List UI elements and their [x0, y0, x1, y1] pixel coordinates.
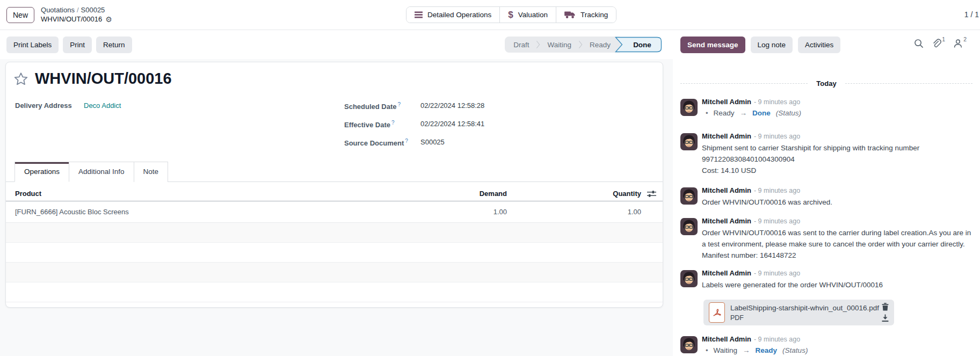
chatter-message: Mitchell Admin- 9 minutes ago Shipment s…	[680, 132, 975, 176]
avatar[interactable]	[680, 270, 698, 287]
message-author: Mitchell Admin	[702, 269, 751, 277]
chatter-message: Mitchell Admin- 9 minutes ago Order WHVI…	[680, 186, 975, 208]
avatar[interactable]	[680, 336, 698, 353]
column-header-quantity[interactable]: Quantity	[507, 190, 641, 198]
tracking-button[interactable]: Tracking	[556, 7, 616, 23]
person-icon	[953, 39, 963, 48]
attachment-filetype: PDF	[730, 314, 876, 322]
return-button[interactable]: Return	[96, 37, 132, 53]
product-cell[interactable]: [FURN_6666] Acoustic Bloc Screens	[15, 208, 432, 216]
date-divider: Today	[680, 79, 972, 88]
scheduled-date-label: Scheduled Date?	[344, 101, 401, 111]
date-divider-label: Today	[816, 79, 836, 88]
download-attachment-icon[interactable]	[882, 314, 889, 322]
optional-columns-icon[interactable]	[647, 190, 656, 198]
source-document-value[interactable]: S00025	[420, 138, 445, 146]
message-time: - 9 minutes ago	[754, 270, 800, 277]
help-icon: ?	[398, 101, 401, 107]
tracking-new-value: Ready	[756, 346, 778, 354]
chevron-right-icon	[578, 40, 583, 49]
message-time: - 9 minutes ago	[754, 98, 800, 106]
pdf-file-icon[interactable]	[709, 302, 725, 323]
statusbar: Draft Waiting Ready Done	[505, 37, 662, 53]
empty-row	[6, 263, 663, 282]
tracking-label: Tracking	[580, 11, 608, 19]
truck-icon	[564, 11, 576, 19]
status-step-draft[interactable]: Draft	[513, 41, 529, 49]
avatar[interactable]	[680, 218, 698, 235]
delivery-address-link[interactable]: Deco Addict	[84, 101, 121, 110]
empty-row	[6, 223, 663, 243]
dollar-icon: $	[508, 10, 513, 19]
message-author: Mitchell Admin	[702, 186, 751, 194]
favorite-star-icon[interactable]	[14, 72, 28, 86]
log-note-button[interactable]: Log note	[751, 37, 793, 53]
search-messages-icon[interactable]	[914, 39, 924, 48]
attachment-card[interactable]: LabelShipping-starshipit-whvin_out_00016…	[703, 300, 894, 325]
chevron-right-icon	[536, 40, 540, 49]
avatar[interactable]	[680, 187, 698, 205]
source-document-label: Source Document?	[344, 138, 408, 147]
print-button[interactable]: Print	[63, 37, 92, 53]
column-header-product[interactable]: Product	[15, 190, 432, 198]
chatter-controls: Send message Log note Activities	[680, 37, 840, 53]
quantity-cell[interactable]: 1.00	[507, 208, 641, 216]
status-step-waiting[interactable]: Waiting	[547, 41, 571, 49]
scheduled-date-value[interactable]: 02/22/2024 12:58:28	[420, 101, 484, 110]
tab-additional-info[interactable]: Additional Info	[69, 162, 134, 182]
message-author: Mitchell Admin	[702, 217, 751, 225]
message-time: - 9 minutes ago	[754, 133, 800, 140]
detailed-operations-button[interactable]: Detailed Operations	[406, 7, 500, 23]
chatter-panel: Today Mitchell Admin- 9 minutes ago • Re…	[673, 59, 980, 356]
control-bar: Print Labels Print Return Draft Waiting …	[0, 31, 980, 59]
breadcrumb-quotations-link[interactable]: Quotations	[41, 6, 75, 14]
status-step-ready[interactable]: Ready	[590, 41, 611, 49]
chatter-message: Mitchell Admin- 9 minutes ago • Waiting …	[680, 335, 975, 354]
valuation-button[interactable]: $ Valuation	[500, 7, 556, 23]
message-body: Labels were generated for the order WHVI…	[702, 279, 973, 290]
notebook-tabs: Operations Additional Info Note	[6, 162, 663, 182]
tab-note[interactable]: Note	[134, 162, 169, 182]
paperclip-icon	[932, 39, 941, 48]
help-icon: ?	[405, 138, 408, 144]
avatar[interactable]	[680, 133, 698, 150]
table-row[interactable]: [FURN_6666] Acoustic Bloc Screens 1.00 1…	[6, 201, 663, 223]
send-message-button[interactable]: Send message	[680, 37, 745, 53]
effective-date-value[interactable]: 02/22/2024 12:58:41	[420, 120, 484, 128]
chatter-icons: 1 2	[914, 39, 967, 48]
activities-button[interactable]: Activities	[798, 37, 840, 53]
status-step-done-active[interactable]: Done	[615, 37, 662, 53]
message-author: Mitchell Admin	[702, 335, 751, 343]
message-body: Shipment sent to carrier Starshipit for …	[702, 142, 973, 165]
tracking-old-value: Ready	[714, 109, 735, 117]
message-time: - 9 minutes ago	[754, 336, 800, 343]
demand-cell[interactable]: 1.00	[432, 208, 507, 216]
delivery-address-label: Delivery Address	[15, 101, 72, 110]
breadcrumb-separator: /	[77, 6, 79, 14]
empty-row	[6, 282, 663, 302]
gear-icon[interactable]: ⚙	[105, 16, 112, 23]
attachment-filename[interactable]: LabelShipping-starshipit-whvin_out_00016…	[730, 304, 876, 312]
message-time: - 9 minutes ago	[754, 187, 800, 194]
arrow-right-icon: →	[743, 346, 750, 354]
print-labels-button[interactable]: Print Labels	[6, 37, 59, 53]
avatar[interactable]	[680, 99, 698, 116]
breadcrumb-sale-order-link[interactable]: S00025	[81, 6, 105, 14]
tracking-old-value: Waiting	[714, 346, 738, 354]
attachments-icon[interactable]: 1	[932, 39, 945, 48]
delete-attachment-icon[interactable]	[882, 303, 889, 311]
arrow-right-icon: →	[740, 109, 747, 117]
tab-operations[interactable]: Operations	[14, 162, 69, 182]
chatter-message: Mitchell Admin- 9 minutes ago Order WHVI…	[680, 217, 975, 261]
column-header-demand[interactable]: Demand	[432, 190, 507, 198]
view-switch-group: Detailed Operations $ Valuation Tracking	[406, 6, 616, 23]
message-time: - 9 minutes ago	[754, 217, 800, 225]
new-button[interactable]: New	[6, 7, 34, 23]
acrobat-glyph-icon	[712, 308, 722, 317]
record-title[interactable]: WHVIN/OUT/00016	[35, 70, 172, 88]
pager[interactable]: 1 / 1	[964, 10, 979, 19]
list-icon	[415, 11, 423, 18]
form-area: WHVIN/OUT/00016 Delivery Address Deco Ad…	[0, 59, 673, 356]
tracking-change: • Waiting → Ready (Status)	[702, 346, 975, 354]
followers-icon[interactable]: 2	[953, 39, 967, 48]
